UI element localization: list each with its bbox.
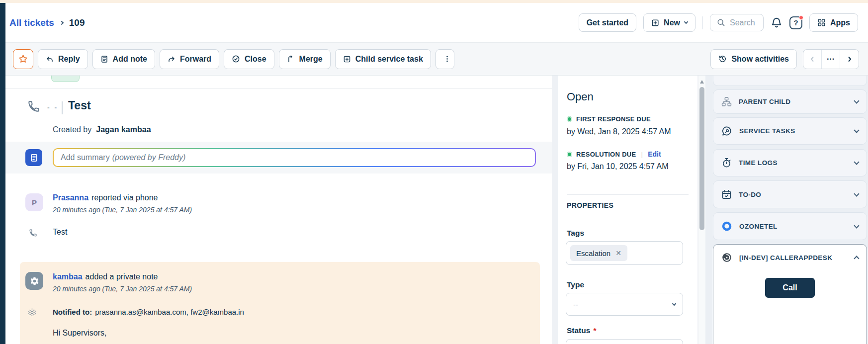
calendar-check-icon [721,189,732,200]
pager-more-button[interactable]: ··· [822,50,840,69]
app-card-label: SERVICE TASKS [739,127,795,135]
author-link[interactable]: Prasanna [53,193,88,202]
type-label: Type [567,280,584,289]
breadcrumb-chevron-icon [60,20,64,24]
ticket-detail-page: All tickets 109 Get started New Search ? [0,0,868,344]
app-card-ozonetel[interactable]: OZONETEL [713,212,867,240]
call-button[interactable]: Call [765,278,815,298]
apps-button[interactable]: Apps [809,13,858,32]
child-service-task-button[interactable]: Child service task [335,49,431,69]
conversation-timestamp: 20 minutes ago (Tue, 7 Jan 2025 at 4:57 … [53,206,192,214]
service-task-icon [721,126,732,137]
chevron-down-icon [854,159,859,165]
search-input[interactable]: Search [710,14,764,31]
tag-chip: Escalation ✕ [570,245,627,261]
merge-label: Merge [299,55,323,64]
summary-placeholder-text: Add summary [61,153,110,162]
scrollbar-up-arrow[interactable] [700,80,704,84]
global-nav-edge [0,3,5,344]
reply-button[interactable]: Reply [38,49,88,69]
gear-icon [30,276,39,286]
get-started-button[interactable]: Get started [579,13,636,32]
chevron-down-icon [672,301,676,305]
summary-placeholder-freddy: (powered by Freddy) [112,153,186,162]
merge-button[interactable]: Merge [279,49,331,69]
previous-ticket-button[interactable] [803,50,822,69]
help-icon: ? [789,16,802,29]
ticket-status-heading: Open [567,90,594,103]
forward-button[interactable]: Forward [160,49,219,69]
created-by-label: Created by [53,125,91,134]
apps-sidebar: PARENT CHILD SERVICE TASKS TIME LOGS TO-… [705,76,868,344]
section-divider [5,88,552,89]
app-card-label: PARENT CHILD [739,98,790,105]
more-actions-button[interactable] [435,49,454,69]
system-avatar [25,272,43,290]
type-select[interactable]: -- [566,293,683,316]
author-action: reported via phone [91,193,158,202]
star-ticket-button[interactable] [13,49,33,69]
notified-to-emails: prasanna.as@kambaa.com, fw2@kambaa.in [95,308,244,316]
show-activities-label: Show activities [731,55,789,64]
tag-chip-label: Escalation [576,249,610,258]
forward-icon [168,55,175,63]
app-card-time-logs[interactable]: TIME LOGS [713,149,867,176]
summary-strip: Add summary (powered by Freddy) [5,142,552,173]
app-card-callerappdesk: [IN-DEV] CALLERAPPDESK Call [713,244,867,344]
chevron-down-icon [684,20,688,24]
ticket-code-dashes: - - [47,103,58,111]
status-label-text: Status [567,326,590,335]
chevron-down-icon [854,223,859,228]
remove-tag-icon[interactable]: ✕ [615,250,621,257]
toolbar-left: Reply Add note Forward Close Merge Child… [13,49,454,69]
status-label: Status* [567,326,596,335]
scrollbar-thumb[interactable] [699,87,704,230]
app-card-callerappdesk-header[interactable]: [IN-DEV] CALLERAPPDESK [713,245,867,270]
chevron-left-icon [809,56,815,62]
kebab-icon [443,55,451,63]
toolbar-right: Show activities ··· [710,49,859,69]
next-ticket-button[interactable] [840,50,859,69]
tags-input[interactable]: Escalation ✕ [566,241,683,265]
author-link[interactable]: kambaa [53,272,83,281]
created-by-row: Created byJagan kambaa [53,125,151,134]
edit-resolution-link[interactable]: Edit [648,150,661,158]
resolution-due-label: RESOLUTION DUE [576,151,636,158]
properties-divider [567,194,689,195]
forward-label: Forward [180,55,211,64]
ticket-toolbar: Reply Add note Forward Close Merge Child… [5,42,868,76]
close-ticket-button[interactable]: Close [224,49,274,69]
app-card-to-do[interactable]: TO-DO [713,180,867,208]
notifications-button[interactable] [771,17,782,29]
first-response-label: FIRST RESPONSE DUE [576,115,651,123]
summary-input[interactable]: Add summary (powered by Freddy) [53,148,536,167]
page-header: All tickets 109 Get started New Search ? [5,3,868,42]
first-response-due: by Wed, Jan 8, 2025 4:57 AM [567,127,671,136]
app-card-service-tasks[interactable]: SERVICE TASKS [713,117,867,145]
panel-scrollbar[interactable] [698,76,705,344]
chevron-up-icon [854,256,859,261]
ticket-properties-panel: Open FIRST RESPONSE DUE by Wed, Jan 8, 2… [558,76,697,344]
type-value: -- [573,300,578,309]
breadcrumb-all-tickets[interactable]: All tickets [9,17,54,28]
search-placeholder: Search [730,18,755,27]
chevron-down-icon [854,98,859,103]
add-note-button[interactable]: Add note [92,49,155,69]
header-actions: Get started New Search ? Apps [579,13,858,32]
sitemap-icon [721,96,732,107]
conversation-author-row: Prasannareported via phone [53,193,158,202]
notified-to-row: Notified to:prasanna.as@kambaa.com, fw2@… [53,308,244,316]
show-activities-button[interactable]: Show activities [710,49,797,69]
ticket-channel-phone-icon [27,100,40,115]
app-card-label: TIME LOGS [739,159,778,167]
freddy-summary-icon[interactable] [25,149,42,166]
status-select[interactable] [566,339,683,344]
help-button[interactable]: ? [789,16,802,29]
callerappdesk-swirl-icon [721,252,732,263]
app-card-parent-child[interactable]: PARENT CHILD [713,89,867,114]
breadcrumb-ticket-id: 109 [69,17,85,28]
new-button[interactable]: New [643,13,695,32]
resolution-due-row: RESOLUTION DUE | Edit [567,150,661,158]
note-timestamp: 20 minutes ago (Tue, 7 Jan 2025 at 4:57 … [53,285,192,293]
plus-square-icon [343,55,351,63]
